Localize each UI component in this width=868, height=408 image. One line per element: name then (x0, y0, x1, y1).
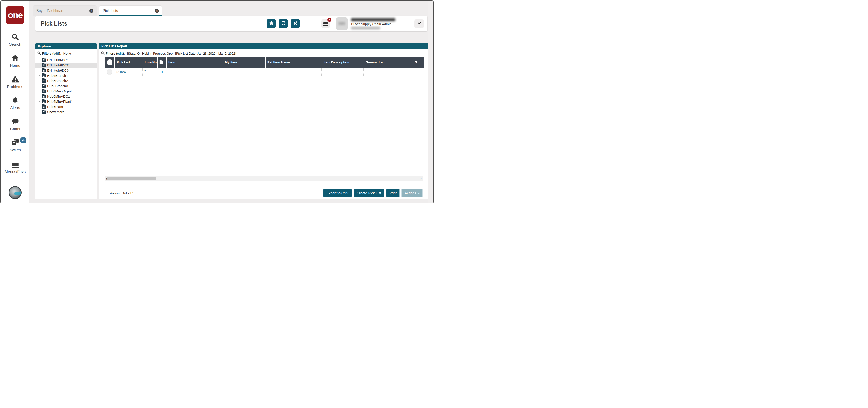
tab-label: Pick Lists (103, 9, 118, 13)
warning-icon (11, 75, 19, 84)
chat-bubble-icon (11, 118, 19, 126)
column-header-pick-list[interactable]: Pick List (115, 57, 143, 68)
document-icon (42, 78, 47, 84)
tree-item[interactable]: Hub6Branch2 (35, 78, 97, 83)
filters-label: Filters ( (42, 52, 54, 55)
search-icon (101, 51, 106, 56)
switch-swap-badge[interactable]: ⇄ (20, 137, 26, 143)
sidebar-item-alerts[interactable]: Alerts (1, 96, 29, 110)
menu-icon (323, 21, 328, 26)
content-area: Buyer Dashboard ✕ Pick Lists ✕ Pick List… (29, 1, 433, 203)
tree-item[interactable]: Hub6Branch3 (35, 83, 97, 89)
tree-item[interactable]: Hub6Branch1 (35, 73, 97, 78)
row-select-cell[interactable] (105, 68, 115, 76)
explorer-filters-edit-link[interactable]: edit (54, 52, 59, 55)
sidebar-item-chats[interactable]: Chats (1, 117, 29, 131)
tab-buyer-dashboard[interactable]: Buyer Dashboard ✕ (33, 6, 97, 16)
report-filters: Filters (edit): [State: On Hold,In Progr… (99, 49, 429, 57)
horizontal-scrollbar[interactable]: ◂ ▸ (105, 176, 423, 181)
tree-item-label: EN_Hub6DC3 (47, 68, 69, 72)
column-header-clipped[interactable]: G (413, 57, 424, 68)
tab-close-icon[interactable]: ✕ (89, 9, 93, 13)
column-header-generic-item[interactable]: Generic Item (364, 57, 413, 68)
my-item-cell (223, 68, 265, 76)
sidebar-item-switch[interactable]: ⇄ Switch (1, 138, 29, 152)
global-menu-button[interactable]: ★ (321, 20, 330, 28)
tree-item-label: Hub6Branch3 (47, 84, 68, 88)
caret-down-icon: ▾ (418, 192, 420, 195)
document-icon (42, 83, 47, 89)
print-button[interactable]: Print (386, 189, 400, 197)
report-header: Pick Lists Report (99, 43, 429, 49)
pick-list-link[interactable]: 61824 (116, 70, 126, 74)
chevron-down-icon (417, 22, 421, 26)
pick-list-cell: 61824 (115, 68, 143, 76)
viewing-status: Viewing 1-1 of 1 (110, 191, 134, 195)
document-icon (42, 89, 47, 94)
document-icon (42, 57, 47, 63)
tab-label: Buyer Dashboard (36, 9, 65, 13)
user-name-redacted (351, 18, 395, 21)
tree-item-label: EN_Hub6DC2 (47, 63, 69, 67)
tree-item[interactable]: Hub6MainDepot (35, 89, 97, 94)
tree-item[interactable]: Hub6MfgADC1 (35, 94, 97, 99)
one-network-logo[interactable]: one (6, 6, 24, 24)
select-all-checkbox[interactable] (107, 59, 112, 65)
tree-item-label: Hub6MfgADC1 (47, 94, 70, 98)
document-icon (42, 63, 47, 68)
sidebar-item-home[interactable]: Home (1, 54, 29, 68)
report-filters-edit-link[interactable]: edit (117, 52, 123, 55)
document-icon (159, 60, 163, 65)
column-header-docs[interactable] (157, 57, 166, 68)
app-window: one Search Home Problems Alerts (0, 0, 434, 203)
close-page-button[interactable] (290, 19, 300, 28)
expand-arrow-icon[interactable]: ▸ (145, 69, 146, 71)
actions-label: Actions (405, 191, 416, 195)
tree-item-label: Hub6MainDepot (47, 89, 71, 93)
item-cell (166, 68, 223, 76)
sidebar-item-label: Menus/Favs (1, 169, 29, 174)
scrollbar-thumb[interactable] (107, 177, 156, 180)
select-all-column-header[interactable] (105, 57, 115, 68)
user-menu-dropdown[interactable] (414, 20, 424, 28)
export-to-csv-button[interactable]: Export to CSV (323, 189, 351, 197)
column-header-line-no[interactable]: Line No (143, 57, 157, 68)
tree-item-label: Hub6Branch2 (47, 79, 68, 83)
column-header-item[interactable]: Item (166, 57, 223, 68)
grid-header-row: Pick List Line No Item My Item Ext Item … (105, 57, 424, 68)
sidebar-item-menus-favs[interactable]: Menus/Favs (1, 160, 29, 174)
sidebar-item-search[interactable]: Search (1, 33, 29, 47)
actions-dropdown-button[interactable]: Actions▾ (402, 189, 423, 197)
line-no-cell: ▸ (143, 68, 157, 76)
user-profile-avatar[interactable] (8, 186, 22, 199)
tree-item[interactable]: Hub6MfgAPlant1 (35, 99, 97, 104)
create-pick-list-button[interactable]: Create Pick List (353, 189, 384, 197)
tree-item-selected[interactable]: EN_Hub6DC2 (35, 63, 97, 68)
column-header-ext-item-name[interactable]: Ext Item Name (265, 57, 321, 68)
scroll-right-icon[interactable]: ▸ (421, 176, 422, 181)
column-header-item-description[interactable]: Item Description (321, 57, 364, 68)
refresh-button[interactable] (279, 19, 288, 28)
tree-item-show-more[interactable]: Show More... (35, 109, 97, 115)
tree-item[interactable]: EN_Hub6DC1 (35, 57, 97, 63)
document-icon (42, 109, 47, 115)
document-icon (42, 94, 47, 99)
sidebar: one Search Home Problems Alerts (1, 1, 29, 203)
favorite-button[interactable] (267, 19, 276, 28)
sidebar-item-problems[interactable]: Problems (1, 75, 29, 89)
doc-count-link[interactable]: 0 (161, 70, 162, 74)
tab-pick-lists[interactable]: Pick Lists ✕ (99, 6, 162, 16)
doc-count-cell: 0 (157, 68, 166, 76)
tab-close-icon[interactable]: ✕ (155, 9, 159, 13)
ext-item-name-cell (265, 68, 321, 76)
filters-label-suffix: ): (123, 52, 125, 55)
tree-item[interactable]: Hub6Plant1 (35, 104, 97, 109)
column-header-my-item[interactable]: My Item (223, 57, 265, 68)
scroll-left-icon[interactable]: ◂ (105, 176, 107, 181)
sidebar-item-label: Chats (1, 127, 29, 131)
row-checkbox[interactable] (107, 69, 112, 75)
vertical-scrollbar[interactable] (428, 1, 433, 203)
tree-item-label: Hub6Branch1 (47, 73, 68, 77)
tree-item[interactable]: EN_Hub6DC3 (35, 68, 97, 73)
user-avatar[interactable]: HH (336, 18, 347, 30)
